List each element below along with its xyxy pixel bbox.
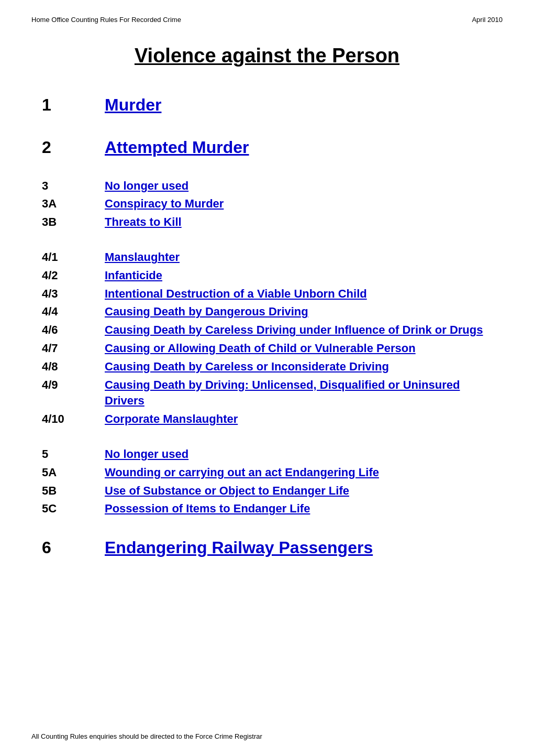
entry-link[interactable]: Infanticide	[105, 268, 503, 284]
entry-number: 3A	[42, 196, 105, 212]
entry-number: 6	[42, 536, 105, 560]
entry-link[interactable]: Endangering Railway Passengers	[105, 536, 503, 560]
section-3: 3No longer used3AConspiracy to Murder3BT…	[42, 178, 503, 231]
entry-link[interactable]: Causing Death by Careless or Inconsidera…	[105, 359, 503, 375]
list-item: 6Endangering Railway Passengers	[42, 536, 503, 560]
list-item: 5No longer used	[42, 446, 503, 463]
entry-number: 4/2	[42, 268, 105, 284]
section-4: 4/1Manslaughter4/2Infanticide4/3Intentio…	[42, 249, 503, 428]
list-item: 5CPossession of Items to Endanger Life	[42, 501, 503, 517]
list-item: 4/6Causing Death by Careless Driving und…	[42, 322, 503, 338]
list-item: 4/7Causing or Allowing Death of Child or…	[42, 341, 503, 357]
entry-number: 1	[42, 93, 105, 117]
entry-number: 3B	[42, 214, 105, 231]
entry-link[interactable]: Attempted Murder	[105, 136, 503, 159]
entry-number: 5A	[42, 465, 105, 481]
entry-number: 4/7	[42, 341, 105, 357]
entry-link[interactable]: Intentional Destruction of a Viable Unbo…	[105, 286, 503, 302]
entry-link[interactable]: Murder	[105, 93, 503, 117]
entry-link[interactable]: Threats to Kill	[105, 214, 503, 231]
entry-number: 3	[42, 178, 105, 194]
list-item: 4/2Infanticide	[42, 268, 503, 284]
entry-number: 4/4	[42, 304, 105, 320]
entry-number: 4/9	[42, 377, 105, 393]
entry-link[interactable]: Use of Substance or Object to Endanger L…	[105, 483, 503, 499]
entry-number: 2	[42, 136, 105, 159]
section-6: 6Endangering Railway Passengers	[42, 536, 503, 560]
list-item: 4/8Causing Death by Careless or Inconsid…	[42, 359, 503, 375]
list-item: 3No longer used	[42, 178, 503, 194]
page-footer: All Counting Rules enquiries should be d…	[31, 732, 262, 740]
entry-link[interactable]: Causing Death by Driving: Unlicensed, Di…	[105, 377, 503, 410]
entry-link[interactable]: Causing Death by Dangerous Driving	[105, 304, 503, 320]
list-item: 3BThreats to Kill	[42, 214, 503, 231]
entry-number: 4/1	[42, 249, 105, 266]
list-item: 5BUse of Substance or Object to Endanger…	[42, 483, 503, 499]
entry-link[interactable]: Manslaughter	[105, 249, 503, 266]
entry-link[interactable]: No longer used	[105, 446, 503, 463]
section-1: 1Murder	[42, 93, 503, 117]
entry-link[interactable]: No longer used	[105, 178, 503, 194]
entry-number: 4/8	[42, 359, 105, 375]
list-item: 4/4Causing Death by Dangerous Driving	[42, 304, 503, 320]
entry-link[interactable]: Causing or Allowing Death of Child or Vu…	[105, 341, 503, 357]
main-content: 1Murder2Attempted Murder3No longer used3…	[31, 93, 503, 560]
entry-number: 4/6	[42, 322, 105, 338]
page-header: Home Office Counting Rules For Recorded …	[31, 16, 503, 24]
entry-link[interactable]: Corporate Manslaughter	[105, 411, 503, 428]
section-2: 2Attempted Murder	[42, 136, 503, 159]
list-item: 2Attempted Murder	[42, 136, 503, 159]
list-item: 4/3Intentional Destruction of a Viable U…	[42, 286, 503, 302]
header-left-text: Home Office Counting Rules For Recorded …	[31, 16, 181, 24]
section-5: 5No longer used5AWounding or carrying ou…	[42, 446, 503, 517]
entry-link[interactable]: Causing Death by Careless Driving under …	[105, 322, 503, 338]
list-item: 4/10Corporate Manslaughter	[42, 411, 503, 428]
list-item: 3AConspiracy to Murder	[42, 196, 503, 212]
entry-number: 5C	[42, 501, 105, 517]
entry-link[interactable]: Possession of Items to Endanger Life	[105, 501, 503, 517]
list-item: 5AWounding or carrying out an act Endang…	[42, 465, 503, 481]
list-item: 4/9Causing Death by Driving: Unlicensed,…	[42, 377, 503, 410]
entry-number: 4/10	[42, 411, 105, 428]
page-title: Violence against the Person	[135, 45, 399, 67]
entry-number: 5B	[42, 483, 105, 499]
header-right-text: April 2010	[472, 16, 503, 24]
list-item: 4/1Manslaughter	[42, 249, 503, 266]
page-title-section: Violence against the Person	[31, 45, 503, 67]
list-item: 1Murder	[42, 93, 503, 117]
entry-number: 5	[42, 446, 105, 463]
entry-link[interactable]: Wounding or carrying out an act Endanger…	[105, 465, 503, 481]
entry-number: 4/3	[42, 286, 105, 302]
entry-link[interactable]: Conspiracy to Murder	[105, 196, 503, 212]
